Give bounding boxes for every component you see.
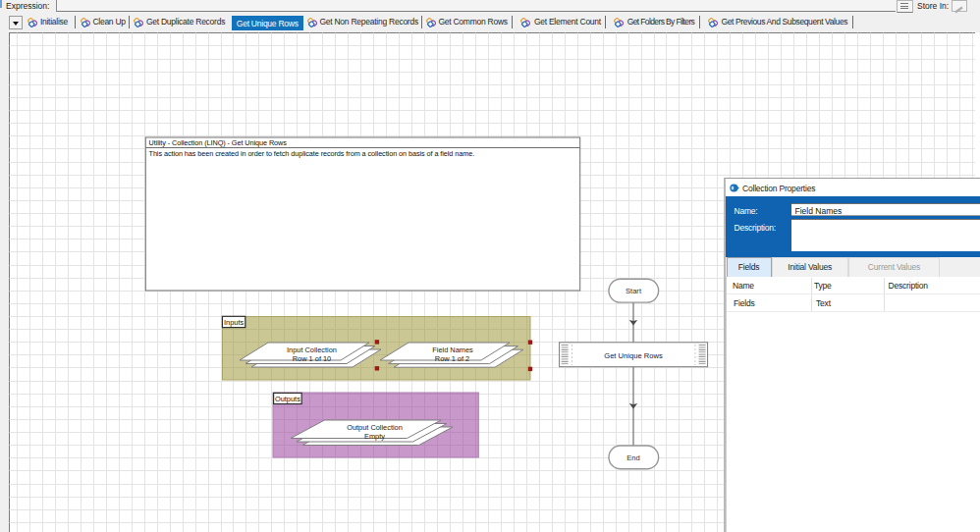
svg-text:Field Names: Field Names [432, 346, 473, 354]
svg-text:Empty: Empty [364, 432, 385, 441]
svg-text:End: End [626, 453, 640, 462]
svg-text:Inputs: Inputs [224, 318, 244, 327]
svg-text:Output Collection: Output Collection [347, 423, 403, 432]
svg-text:Utility - Collection (LINQ) -: Utility - Collection (LINQ) - Get Unique… [149, 138, 288, 147]
svg-text:Row 1 of 10: Row 1 of 10 [293, 354, 331, 363]
svg-text:Start: Start [626, 287, 642, 295]
svg-text:This action has been created i: This action has been created in order to… [149, 149, 475, 158]
svg-text:Row 1 of 2: Row 1 of 2 [435, 354, 469, 363]
svg-text:Outputs: Outputs [275, 395, 300, 403]
svg-text:Input Collection: Input Collection [287, 346, 337, 354]
svg-text:Get Unique Rows: Get Unique Rows [604, 351, 663, 360]
